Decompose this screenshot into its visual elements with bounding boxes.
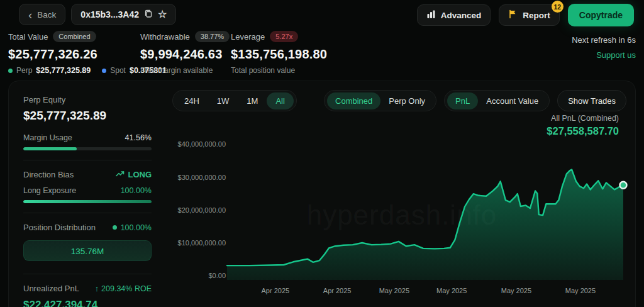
total-value-label: Total Value	[8, 32, 48, 42]
unrealized-pnl-value: $22,427,394.74	[23, 299, 152, 307]
stats-row: Total Value Combined $25,777,326.26 Perp…	[0, 30, 644, 69]
leverage-badge: 5.27x	[270, 31, 298, 42]
back-button[interactable]: ‹ Back	[19, 4, 65, 25]
perp-label: Perp	[16, 66, 32, 75]
time-range-tabs: 24H 1W 1M All	[172, 90, 297, 111]
withdrawable-stat: Withdrawable 38.77% $9,994,246.63 Free m…	[140, 30, 230, 75]
wallet-address-pill[interactable]: 0x15b3...3A42 ☆	[71, 4, 176, 25]
perp-equity-label: Perp Equity	[23, 95, 152, 104]
long-exposure-bar	[23, 200, 152, 203]
distribution-dot-icon	[113, 225, 117, 230]
metric-toggle: PnL Account Value	[444, 90, 550, 111]
perp-value: $25,777,325.89	[36, 66, 91, 75]
copytrade-button[interactable]: Copytrade	[568, 4, 634, 26]
y-axis-label: $0.00	[157, 272, 226, 279]
pnl-headline: All PnL (Combined) $27,558,587.70	[547, 114, 619, 137]
copy-icon[interactable]	[144, 9, 153, 20]
y-axis-label: $10,000,000.00	[157, 239, 226, 247]
tab-1m[interactable]: 1M	[238, 92, 267, 109]
chart-controls: Combined Perp Only PnL Account Value Sho…	[324, 90, 626, 111]
support-us-link[interactable]: Support us	[572, 50, 636, 60]
trend-up-icon	[116, 170, 125, 179]
star-icon[interactable]: ☆	[158, 9, 167, 20]
y-axis-label: $40,000,000.00	[157, 140, 226, 148]
divider	[23, 213, 152, 213]
spot-dot-icon	[102, 69, 106, 73]
long-exposure-fill	[23, 200, 152, 203]
x-axis-label: May 2025	[501, 287, 531, 294]
tab-24h[interactable]: 24H	[175, 92, 208, 109]
main-panel: Perp Equity $25,777,325.89 Margin Usage …	[8, 81, 636, 307]
margin-usage-value: 41.56%	[125, 133, 152, 142]
advanced-label: Advanced	[441, 11, 482, 20]
y-axis-label: $30,000,000.00	[157, 174, 226, 181]
leverage-stat: Leverage 5.27x $135,756,198.80 Total pos…	[231, 30, 327, 75]
report-button[interactable]: Report 12	[499, 4, 560, 26]
long-exposure-label: Long Exposure	[23, 186, 76, 195]
divider	[23, 274, 152, 274]
metric-pnl[interactable]: PnL	[447, 92, 478, 109]
position-distribution-label: Position Distribution	[23, 223, 96, 232]
mode-perp-only[interactable]: Perp Only	[380, 92, 433, 109]
chevron-left-icon: ‹	[28, 9, 32, 21]
withdrawable-badge: 38.77%	[195, 31, 230, 42]
margin-usage-label: Margin Usage	[23, 133, 72, 142]
position-distribution-pct: 100.00%	[113, 223, 152, 232]
leverage-amount: $135,756,198.80	[231, 47, 327, 62]
y-axis-label: $20,000,000.00	[157, 206, 226, 214]
report-badge: 12	[552, 1, 564, 13]
perp-equity-value: $25,777,325.89	[23, 109, 152, 123]
perp-dot-icon	[8, 69, 13, 73]
pnl-endpoint-marker	[620, 182, 627, 189]
margin-usage-fill	[23, 147, 77, 150]
spot-label: Spot	[110, 66, 126, 75]
withdrawable-amount: $9,994,246.63	[140, 47, 230, 62]
show-trades-button[interactable]: Show Trades	[557, 90, 626, 111]
tab-1w[interactable]: 1W	[208, 92, 238, 109]
direction-bias-value: LONG	[116, 170, 152, 179]
tab-all[interactable]: All	[267, 92, 293, 109]
bar-chart-icon	[426, 9, 436, 21]
long-exposure-value: 100.00%	[121, 186, 152, 195]
wallet-address: 0x15b3...3A42	[80, 9, 139, 20]
pnl-chart[interactable]	[224, 136, 633, 284]
refresh-countdown: Next refresh in 6s	[572, 35, 636, 45]
x-axis-label: May 2025	[436, 287, 467, 294]
leverage-sub: Total position value	[231, 66, 295, 75]
flag-icon	[508, 9, 518, 21]
roe-value: ↑ 209.34% ROE	[95, 284, 152, 293]
x-axis-label: Apr 2025	[262, 287, 290, 294]
position-size-box[interactable]: 135.76M	[23, 240, 152, 261]
unrealized-pnl-label: Unrealized PnL	[23, 284, 79, 293]
pnl-headline-label: All PnL (Combined)	[547, 114, 619, 123]
x-axis-label: May 2025	[379, 287, 409, 294]
report-label: Report	[523, 11, 550, 20]
back-label: Back	[37, 10, 56, 20]
advanced-button[interactable]: Advanced	[417, 4, 491, 26]
leverage-label: Leverage	[231, 32, 265, 42]
account-sidebar: Perp Equity $25,777,325.89 Margin Usage …	[23, 95, 152, 307]
mode-combined[interactable]: Combined	[327, 92, 380, 109]
mode-toggle: Combined Perp Only	[324, 90, 436, 111]
top-bar: ‹ Back 0x15b3...3A42 ☆ Advanced	[0, 4, 644, 28]
combined-badge: Combined	[53, 31, 96, 42]
x-axis-label: Apr 2025	[323, 287, 352, 294]
arrow-up-icon: ↑	[95, 284, 99, 293]
metric-account-value[interactable]: Account Value	[478, 92, 547, 109]
withdrawable-sub: Free margin available	[140, 66, 213, 75]
x-axis-label: May 2025	[565, 287, 596, 294]
withdrawable-label: Withdrawable	[140, 32, 190, 42]
direction-bias-label: Direction Bias	[23, 170, 74, 179]
margin-usage-bar	[23, 147, 152, 150]
divider	[23, 160, 152, 160]
